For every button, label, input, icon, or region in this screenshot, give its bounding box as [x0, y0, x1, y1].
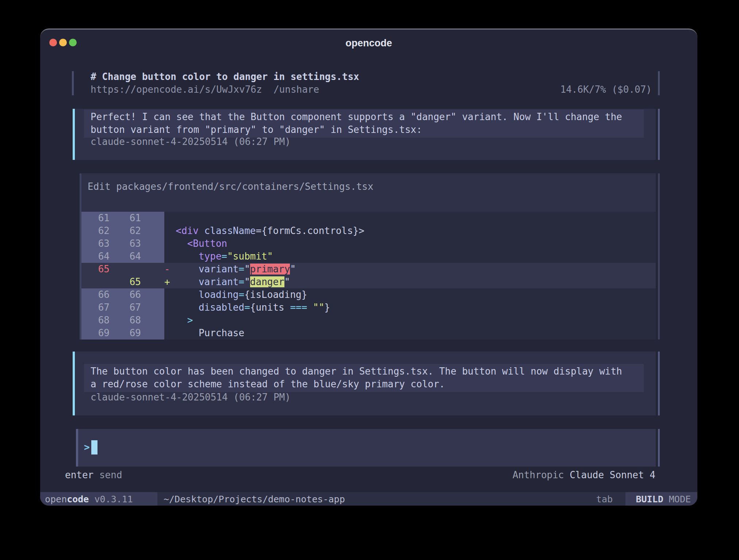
spacer [262, 84, 273, 95]
unshare-command[interactable]: /unshare [273, 84, 319, 95]
diff-old-line-number: 62 [81, 225, 123, 237]
edit-tool-title: Edit packages/frontend/src/containers/Se… [88, 180, 374, 193]
diff-code-cell [164, 212, 656, 225]
diff-new-line-number: 61 [123, 212, 164, 225]
assistant-message-2-text: The button color has been changed to dan… [84, 364, 644, 392]
header-left-border [72, 71, 74, 95]
diff-new-line-number: 68 [123, 314, 164, 327]
assistant-message-1-meta: claude-sonnet-4-20250514 (06:27 PM) [91, 135, 291, 148]
assistant-message-1-text: Perfect! I can see that the Button compo… [84, 110, 644, 138]
session-subtitle: https://opencode.ai/s/UwJxv76z /unshare … [91, 83, 652, 96]
session-title: # Change button color to danger in setti… [91, 70, 359, 83]
opencode-terminal-window: opencode # Change button color to danger… [40, 28, 697, 506]
prompt-input[interactable] [78, 429, 656, 467]
share-url-row: https://opencode.ai/s/UwJxv76z /unshare [91, 83, 319, 96]
app-name-code: code [67, 494, 89, 505]
diff-code-cell: type="submit" [164, 250, 656, 263]
diff-new-line-number: 66 [123, 288, 164, 301]
diff-row: 65- variant="primary" [81, 263, 656, 276]
diff-code-cell: > [164, 314, 656, 327]
diff-old-line-number: 61 [81, 212, 123, 225]
diff-old-line-number: 68 [81, 314, 123, 327]
diff-row: 6464 type="submit" [81, 250, 656, 263]
diff-old-line-number: 64 [81, 250, 123, 263]
diff-row: 65+ variant="danger" [81, 276, 656, 288]
diff-new-line-number: 69 [123, 327, 164, 340]
assistant-message-1-accent-border [73, 109, 75, 160]
diff-row: 6363 <Button [81, 237, 656, 250]
diff-code-cell: <div className={formCs.controls}> [164, 225, 656, 237]
assistant-message-2-accent-border [73, 352, 75, 415]
enter-key-hint: enter [65, 469, 93, 480]
model-provider: Anthropic [513, 469, 564, 480]
status-bar: opencode v0.3.11 ~/Desktop/Projects/demo… [40, 492, 697, 506]
text-cursor [91, 440, 97, 454]
diff-new-line-number: 63 [123, 237, 164, 250]
message-line: The button color has been changed to dan… [91, 366, 622, 377]
header-right-border [658, 71, 660, 95]
diff-row: 6969 Purchase [81, 327, 656, 340]
diff-old-line-number: 65 [81, 263, 123, 276]
assistant-message-2-meta: claude-sonnet-4-20250514 (06:27 PM) [91, 391, 291, 404]
diff-row: 6262 <div className={formCs.controls}> [81, 225, 656, 237]
diff-new-line-number: 64 [123, 250, 164, 263]
message-line: Perfect! I can see that the Button compo… [91, 111, 622, 122]
send-label: send [93, 469, 122, 480]
diff-old-line-number: 66 [81, 288, 123, 301]
diff-old-line-number: 69 [81, 327, 123, 340]
diff-new-line-number: 65 [123, 276, 164, 288]
prompt-symbol: > [84, 441, 90, 454]
token-cost-stats: 14.6K/7% ($0.07) [560, 83, 652, 96]
assistant-message-2-right-border [658, 352, 660, 415]
diff-old-line-number [81, 276, 123, 288]
diff-code-cell: <Button [164, 237, 656, 250]
prompt-input-right-border [658, 429, 660, 467]
diff-new-line-number: 62 [123, 225, 164, 237]
assistant-message-1-right-border [658, 109, 660, 160]
diff-code-cell: loading={isLoading} [164, 288, 656, 301]
tab-key-hint[interactable]: tab [596, 492, 613, 506]
diff-row: 6868 > [81, 314, 656, 327]
diff-old-line-number: 67 [81, 301, 123, 314]
send-hint: enter send [65, 468, 122, 482]
diff-code-cell: disabled={units === ""} [164, 301, 656, 314]
diff-row: 6161 [81, 212, 656, 225]
share-url[interactable]: https://opencode.ai/s/UwJxv76z [91, 84, 262, 95]
edit-tool-right-border [658, 173, 660, 340]
mode-rest: MODE [663, 494, 691, 505]
mode-bold: BUILD [636, 494, 663, 505]
diff-code-cell: Purchase [164, 327, 656, 340]
diff-new-line-number [123, 263, 164, 276]
window-title: opencode [40, 38, 697, 49]
working-directory: ~/Desktop/Projects/demo-notes-app [164, 492, 345, 506]
prompt-input-left-border [76, 429, 78, 467]
build-mode-badge[interactable]: BUILD MODE [625, 492, 697, 506]
app-version-chunk: opencode v0.3.11 [40, 492, 157, 506]
diff-new-line-number: 67 [123, 301, 164, 314]
footer-hints: enter send Anthropic Claude Sonnet 4 [65, 468, 655, 482]
diff-code-cell: - variant="primary" [164, 263, 656, 276]
model-name: Claude Sonnet 4 [564, 469, 655, 480]
message-line: a red/rose color scheme instead of the b… [91, 379, 445, 390]
diff-row: 6767 disabled={units === ""} [81, 301, 656, 314]
app-version: v0.3.11 [89, 494, 133, 505]
message-line: button variant from "primary" to "danger… [91, 124, 422, 135]
diff-old-line-number: 63 [81, 237, 123, 250]
app-name-open: open [45, 494, 67, 505]
diff-row: 6666 loading={isLoading} [81, 288, 656, 301]
diff-code-cell: + variant="danger" [164, 276, 656, 288]
model-indicator[interactable]: Anthropic Claude Sonnet 4 [513, 468, 655, 482]
diff-view: 61616262 <div className={formCs.controls… [81, 212, 656, 340]
